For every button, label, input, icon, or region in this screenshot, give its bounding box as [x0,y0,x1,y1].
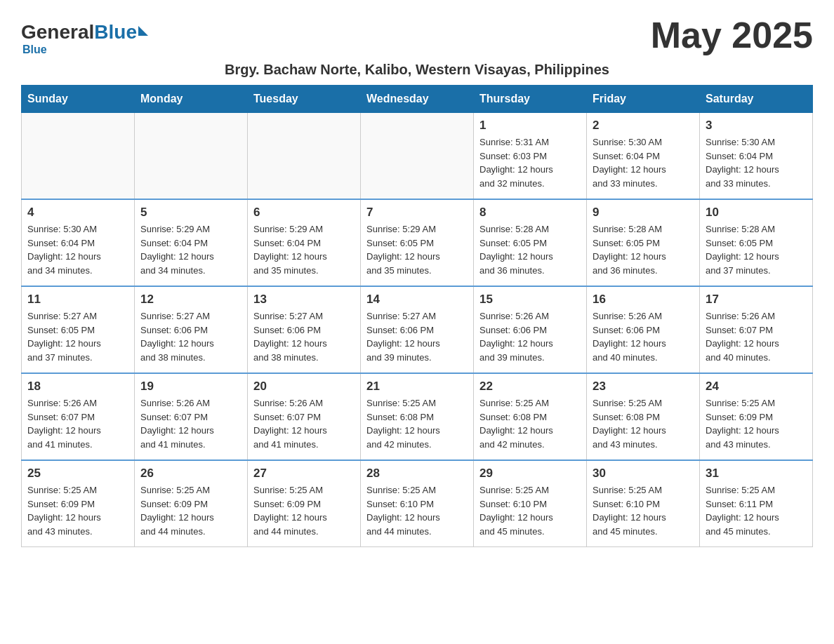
page-header: General Blue Blue May 2025 [21,14,813,56]
calendar-cell: 17Sunrise: 5:26 AM Sunset: 6:07 PM Dayli… [700,286,813,373]
day-info: Sunrise: 5:25 AM Sunset: 6:09 PM Dayligh… [253,483,355,538]
day-info: Sunrise: 5:26 AM Sunset: 6:07 PM Dayligh… [140,396,241,451]
calendar-subtitle: Brgy. Bachaw Norte, Kalibo, Western Visa… [21,62,813,78]
calendar-cell: 21Sunrise: 5:25 AM Sunset: 6:08 PM Dayli… [361,373,474,460]
calendar-cell: 14Sunrise: 5:27 AM Sunset: 6:06 PM Dayli… [361,286,474,373]
day-info: Sunrise: 5:30 AM Sunset: 6:04 PM Dayligh… [706,135,807,190]
day-of-week-header: Thursday [474,86,587,113]
calendar-cell [22,113,135,200]
calendar-week-row: 1Sunrise: 5:31 AM Sunset: 6:03 PM Daylig… [22,113,813,200]
day-of-week-header: Saturday [700,86,813,113]
day-number: 23 [593,380,694,394]
day-number: 15 [479,293,581,307]
calendar-cell: 30Sunrise: 5:25 AM Sunset: 6:10 PM Dayli… [587,460,700,547]
day-of-week-header: Monday [135,86,248,113]
day-info: Sunrise: 5:25 AM Sunset: 6:10 PM Dayligh… [593,483,694,538]
day-info: Sunrise: 5:29 AM Sunset: 6:04 PM Dayligh… [253,222,355,277]
day-number: 20 [253,380,355,394]
logo-blue-label: Blue [22,43,47,56]
calendar-cell [361,113,474,200]
calendar-cell: 3Sunrise: 5:30 AM Sunset: 6:04 PM Daylig… [700,113,813,200]
day-info: Sunrise: 5:26 AM Sunset: 6:06 PM Dayligh… [479,309,581,364]
calendar-week-row: 25Sunrise: 5:25 AM Sunset: 6:09 PM Dayli… [22,460,813,547]
day-number: 25 [27,467,128,481]
day-number: 7 [366,206,468,220]
day-number: 30 [593,467,694,481]
day-number: 12 [140,293,241,307]
month-title: May 2025 [651,14,813,56]
day-info: Sunrise: 5:27 AM Sunset: 6:06 PM Dayligh… [366,309,468,364]
day-number: 1 [479,119,581,133]
day-info: Sunrise: 5:31 AM Sunset: 6:03 PM Dayligh… [479,135,581,190]
day-number: 24 [706,380,807,394]
calendar-cell: 27Sunrise: 5:25 AM Sunset: 6:09 PM Dayli… [248,460,361,547]
day-number: 17 [706,293,807,307]
day-info: Sunrise: 5:30 AM Sunset: 6:04 PM Dayligh… [593,135,694,190]
day-info: Sunrise: 5:25 AM Sunset: 6:09 PM Dayligh… [140,483,241,538]
day-number: 9 [593,206,694,220]
calendar-cell: 6Sunrise: 5:29 AM Sunset: 6:04 PM Daylig… [248,199,361,286]
logo-triangle-icon [138,26,148,36]
calendar-cell: 2Sunrise: 5:30 AM Sunset: 6:04 PM Daylig… [587,113,700,200]
day-number: 4 [27,206,128,220]
calendar-cell: 7Sunrise: 5:29 AM Sunset: 6:05 PM Daylig… [361,199,474,286]
day-number: 28 [366,467,468,481]
day-number: 22 [479,380,581,394]
day-number: 14 [366,293,468,307]
day-number: 10 [706,206,807,220]
calendar-cell: 11Sunrise: 5:27 AM Sunset: 6:05 PM Dayli… [22,286,135,373]
calendar-cell: 1Sunrise: 5:31 AM Sunset: 6:03 PM Daylig… [474,113,587,200]
calendar-cell: 23Sunrise: 5:25 AM Sunset: 6:08 PM Dayli… [587,373,700,460]
day-info: Sunrise: 5:26 AM Sunset: 6:07 PM Dayligh… [27,396,128,451]
day-number: 3 [706,119,807,133]
logo-blue-part: Blue [94,21,148,43]
day-number: 13 [253,293,355,307]
calendar-cell [135,113,248,200]
calendar-cell: 26Sunrise: 5:25 AM Sunset: 6:09 PM Dayli… [135,460,248,547]
calendar-cell: 22Sunrise: 5:25 AM Sunset: 6:08 PM Dayli… [474,373,587,460]
day-info: Sunrise: 5:28 AM Sunset: 6:05 PM Dayligh… [479,222,581,277]
calendar-cell [248,113,361,200]
day-info: Sunrise: 5:30 AM Sunset: 6:04 PM Dayligh… [27,222,128,277]
calendar-cell: 29Sunrise: 5:25 AM Sunset: 6:10 PM Dayli… [474,460,587,547]
calendar-cell: 28Sunrise: 5:25 AM Sunset: 6:10 PM Dayli… [361,460,474,547]
day-info: Sunrise: 5:26 AM Sunset: 6:07 PM Dayligh… [706,309,807,364]
day-of-week-header: Tuesday [248,86,361,113]
calendar-cell: 24Sunrise: 5:25 AM Sunset: 6:09 PM Dayli… [700,373,813,460]
day-info: Sunrise: 5:25 AM Sunset: 6:09 PM Dayligh… [27,483,128,538]
day-info: Sunrise: 5:27 AM Sunset: 6:05 PM Dayligh… [27,309,128,364]
calendar-cell: 9Sunrise: 5:28 AM Sunset: 6:05 PM Daylig… [587,199,700,286]
day-info: Sunrise: 5:28 AM Sunset: 6:05 PM Dayligh… [593,222,694,277]
day-of-week-header: Wednesday [361,86,474,113]
day-number: 8 [479,206,581,220]
day-number: 2 [593,119,694,133]
calendar-cell: 10Sunrise: 5:28 AM Sunset: 6:05 PM Dayli… [700,199,813,286]
calendar-table: SundayMondayTuesdayWednesdayThursdayFrid… [21,85,813,547]
day-info: Sunrise: 5:26 AM Sunset: 6:07 PM Dayligh… [253,396,355,451]
day-info: Sunrise: 5:29 AM Sunset: 6:04 PM Dayligh… [140,222,241,277]
day-of-week-header: Friday [587,86,700,113]
day-number: 19 [140,380,241,394]
calendar-cell: 15Sunrise: 5:26 AM Sunset: 6:06 PM Dayli… [474,286,587,373]
calendar-cell: 5Sunrise: 5:29 AM Sunset: 6:04 PM Daylig… [135,199,248,286]
day-number: 18 [27,380,128,394]
day-info: Sunrise: 5:27 AM Sunset: 6:06 PM Dayligh… [140,309,241,364]
calendar-cell: 31Sunrise: 5:25 AM Sunset: 6:11 PM Dayli… [700,460,813,547]
calendar-week-row: 18Sunrise: 5:26 AM Sunset: 6:07 PM Dayli… [22,373,813,460]
calendar-cell: 19Sunrise: 5:26 AM Sunset: 6:07 PM Dayli… [135,373,248,460]
calendar-week-row: 4Sunrise: 5:30 AM Sunset: 6:04 PM Daylig… [22,199,813,286]
calendar-cell: 20Sunrise: 5:26 AM Sunset: 6:07 PM Dayli… [248,373,361,460]
calendar-cell: 12Sunrise: 5:27 AM Sunset: 6:06 PM Dayli… [135,286,248,373]
calendar-week-row: 11Sunrise: 5:27 AM Sunset: 6:05 PM Dayli… [22,286,813,373]
logo-general-text: General [21,21,94,43]
calendar-cell: 16Sunrise: 5:26 AM Sunset: 6:06 PM Dayli… [587,286,700,373]
day-info: Sunrise: 5:25 AM Sunset: 6:09 PM Dayligh… [706,396,807,451]
day-number: 16 [593,293,694,307]
day-of-week-header: Sunday [22,86,135,113]
day-number: 31 [706,467,807,481]
calendar-cell: 4Sunrise: 5:30 AM Sunset: 6:04 PM Daylig… [22,199,135,286]
day-info: Sunrise: 5:29 AM Sunset: 6:05 PM Dayligh… [366,222,468,277]
day-number: 21 [366,380,468,394]
logo-blue-text: Blue [94,21,137,43]
day-info: Sunrise: 5:25 AM Sunset: 6:08 PM Dayligh… [366,396,468,451]
